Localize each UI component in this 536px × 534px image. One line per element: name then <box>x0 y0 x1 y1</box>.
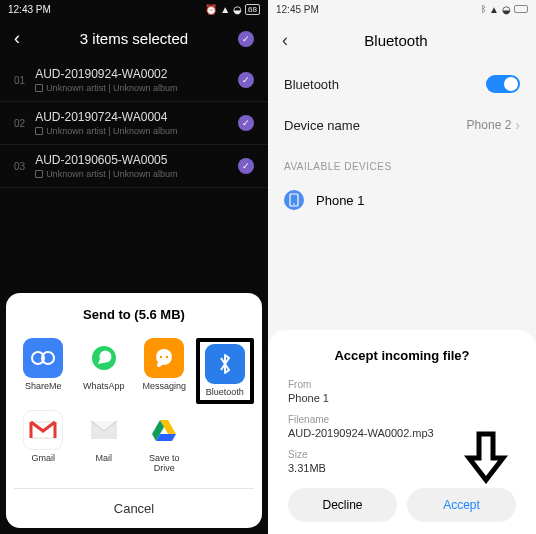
phone-right: 12:45 PM ᛒ ▲ ◒ ‹ Bluetooth Bluetooth Dev… <box>268 0 536 534</box>
app-label: Bluetooth <box>206 388 244 398</box>
wifi-icon: ◒ <box>502 4 511 15</box>
device-name: Phone 1 <box>316 193 364 208</box>
track-info: AUD-20190924-WA0002 Unknown artist | Unk… <box>35 67 238 93</box>
track-subtitle: Unknown artist | Unknown album <box>35 83 238 93</box>
app-gmail[interactable]: Gmail <box>14 410 73 474</box>
header: ‹ 3 items selected ✓ <box>0 18 268 59</box>
track-name: AUD-20190605-WA0005 <box>35 153 238 167</box>
section-header: AVAILABLE DEVICES <box>268 145 536 180</box>
bluetooth-toggle-row[interactable]: Bluetooth <box>268 63 536 105</box>
field-value: 3.31MB <box>288 462 516 474</box>
chevron-right-icon: › <box>515 117 520 133</box>
incoming-title: Accept incoming file? <box>288 348 516 363</box>
bluetooth-switch[interactable] <box>486 75 520 93</box>
sdcard-icon <box>35 127 43 135</box>
track-row[interactable]: 01 AUD-20190924-WA0002 Unknown artist | … <box>0 59 268 102</box>
track-number: 02 <box>14 118 25 129</box>
row-label: Bluetooth <box>284 77 339 92</box>
decline-button[interactable]: Decline <box>288 488 397 522</box>
app-messaging[interactable]: Messaging <box>135 338 194 404</box>
field-value: AUD-20190924-WA0002.mp3 <box>288 427 516 439</box>
gmail-icon <box>23 410 63 450</box>
phone-left: 12:43 PM ⏰ ▲ ◒ 68 ‹ 3 items selected ✓ 0… <box>0 0 268 534</box>
bluetooth-status-icon: ᛒ <box>481 4 486 14</box>
app-label: Save to Drive <box>149 454 180 474</box>
app-save-to-drive[interactable]: Save to Drive <box>135 410 194 474</box>
svg-point-4 <box>160 356 162 358</box>
app-mail[interactable]: Mail <box>75 410 134 474</box>
app-label: Messaging <box>142 382 186 392</box>
track-name: AUD-20190724-WA0004 <box>35 110 238 124</box>
bluetooth-highlight-frame: Bluetooth <box>196 338 255 404</box>
track-number: 03 <box>14 161 25 172</box>
status-time: 12:43 PM <box>8 4 51 15</box>
track-subtitle: Unknown artist | Unknown album <box>35 126 238 136</box>
bluetooth-icon <box>205 344 245 384</box>
track-name: AUD-20190924-WA0002 <box>35 67 238 81</box>
app-label: Gmail <box>31 454 55 464</box>
sdcard-icon <box>35 170 43 178</box>
status-icons: ⏰ ▲ ◒ 68 <box>205 4 260 15</box>
status-time: 12:45 PM <box>276 4 319 15</box>
share-sheet-title: Send to (5.6 MB) <box>14 307 254 322</box>
svg-point-9 <box>293 203 295 205</box>
cancel-button[interactable]: Cancel <box>14 488 254 528</box>
share-grid: ShareMe WhatsApp Messaging Blu <box>14 338 254 474</box>
app-shareme[interactable]: ShareMe <box>14 338 73 404</box>
device-name-row[interactable]: Device name Phone 2 › <box>268 105 536 145</box>
available-device-row[interactable]: Phone 1 <box>268 180 536 220</box>
track-list: 01 AUD-20190924-WA0002 Unknown artist | … <box>0 59 268 188</box>
status-icons: ᛒ ▲ ◒ <box>481 4 528 15</box>
svg-point-5 <box>166 356 168 358</box>
status-bar: 12:45 PM ᛒ ▲ ◒ <box>268 0 536 18</box>
row-label: Device name <box>284 118 360 133</box>
mail-icon <box>84 410 124 450</box>
app-label: Mail <box>95 454 112 464</box>
track-info: AUD-20190605-WA0005 Unknown artist | Unk… <box>35 153 238 179</box>
track-row[interactable]: 02 AUD-20190724-WA0004 Unknown artist | … <box>0 102 268 145</box>
from-field: From Phone 1 <box>288 379 516 404</box>
wifi-icon: ◒ <box>233 4 242 15</box>
row-value: Phone 2 › <box>467 117 520 133</box>
signal-icon: ▲ <box>220 4 230 15</box>
sdcard-icon <box>35 84 43 92</box>
back-icon[interactable]: ‹ <box>14 28 20 49</box>
drive-icon <box>144 410 184 450</box>
button-row: Decline Accept <box>288 488 516 522</box>
accept-button[interactable]: Accept <box>407 488 516 522</box>
field-value: Phone 1 <box>288 392 516 404</box>
battery-icon <box>514 5 528 13</box>
header-title: 3 items selected <box>50 30 218 47</box>
track-number: 01 <box>14 75 25 86</box>
share-sheet: Send to (5.6 MB) ShareMe WhatsApp Messag… <box>6 293 262 528</box>
field-label: From <box>288 379 516 390</box>
field-label: Size <box>288 449 516 460</box>
battery-icon: 68 <box>245 4 260 15</box>
track-subtitle: Unknown artist | Unknown album <box>35 169 238 179</box>
size-field: Size 3.31MB <box>288 449 516 474</box>
track-info: AUD-20190724-WA0004 Unknown artist | Unk… <box>35 110 238 136</box>
alarm-icon: ⏰ <box>205 4 217 15</box>
app-whatsapp[interactable]: WhatsApp <box>75 338 134 404</box>
messaging-icon <box>144 338 184 378</box>
track-checkbox[interactable]: ✓ <box>238 115 254 131</box>
select-all-toggle[interactable]: ✓ <box>238 31 254 47</box>
svg-point-3 <box>156 349 172 365</box>
header: ‹ Bluetooth <box>268 18 536 63</box>
app-label: ShareMe <box>25 382 62 392</box>
incoming-file-sheet: Accept incoming file? From Phone 1 Filen… <box>268 330 536 534</box>
app-bluetooth[interactable]: Bluetooth <box>202 344 249 398</box>
signal-icon: ▲ <box>489 4 499 15</box>
track-checkbox[interactable]: ✓ <box>238 72 254 88</box>
field-label: Filename <box>288 414 516 425</box>
filename-field: Filename AUD-20190924-WA0002.mp3 <box>288 414 516 439</box>
shareme-icon <box>23 338 63 378</box>
track-checkbox[interactable]: ✓ <box>238 158 254 174</box>
track-row[interactable]: 03 AUD-20190605-WA0005 Unknown artist | … <box>0 145 268 188</box>
phone-device-icon <box>284 190 304 210</box>
status-bar: 12:43 PM ⏰ ▲ ◒ 68 <box>0 0 268 18</box>
header-title: Bluetooth <box>288 32 504 49</box>
whatsapp-icon <box>84 338 124 378</box>
app-label: WhatsApp <box>83 382 125 392</box>
